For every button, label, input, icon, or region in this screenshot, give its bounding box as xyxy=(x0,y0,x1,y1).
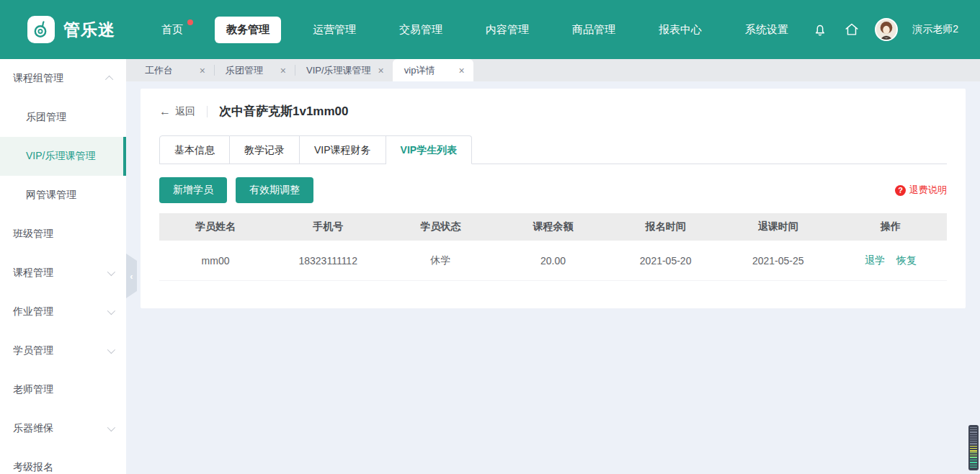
detail-tabs: 基本信息 教学记录 VIP课程财务 VIP学生列表 xyxy=(159,135,947,164)
column-header: 学员状态 xyxy=(384,220,496,233)
notification-dot xyxy=(187,19,193,25)
scroll-widget-segment xyxy=(970,457,977,468)
sidebar-item-homework-admin[interactable]: 作业管理 xyxy=(0,292,126,331)
nav-item-academic-admin[interactable]: 教务管理 xyxy=(215,17,281,43)
back-row: ← 返回 次中音萨克斯1v1mm00 xyxy=(159,103,947,120)
divider xyxy=(207,106,208,117)
nav-item-reports[interactable]: 报表中心 xyxy=(647,17,713,43)
nav-item-label: 运营管理 xyxy=(313,23,356,35)
tab-label: 工作台 xyxy=(145,64,173,77)
nav-item-home[interactable]: 首页 xyxy=(150,17,195,43)
bell-icon[interactable] xyxy=(811,21,829,38)
tab-vip-course-finance[interactable]: VIP课程财务 xyxy=(300,135,386,164)
chevron-down-icon xyxy=(107,307,115,315)
scroll-widget-segment xyxy=(970,452,977,457)
tab-vip-detail[interactable]: vip详情 × xyxy=(393,59,473,81)
cell-status: 休学 xyxy=(384,254,496,267)
chevron-down-icon xyxy=(107,424,115,431)
tab-workbench[interactable]: 工作台 × xyxy=(133,59,214,81)
nav-item-label: 系统设置 xyxy=(745,23,788,35)
logo-text: 管乐迷 xyxy=(63,19,115,41)
chevron-down-icon xyxy=(107,346,115,354)
close-icon[interactable]: × xyxy=(378,65,384,76)
logo-icon xyxy=(27,16,55,43)
tab-label: VIP/乐理课管理 xyxy=(306,64,371,77)
sidebar-item-teacher-admin[interactable]: 老师管理 xyxy=(0,370,126,409)
close-icon[interactable]: × xyxy=(459,65,465,76)
tab-vip-music-theory-admin[interactable]: VIP/乐理课管理 × xyxy=(295,59,393,81)
tab-label: vip详情 xyxy=(404,64,435,77)
cell-phone: 18323111112 xyxy=(272,255,384,267)
close-icon[interactable]: × xyxy=(200,65,205,76)
back-arrow-icon: ← xyxy=(159,105,171,118)
home-icon[interactable] xyxy=(843,21,860,38)
cell-student-name: mm00 xyxy=(159,255,272,267)
nav-item-label: 内容管理 xyxy=(486,23,529,35)
refund-note-label: 退费说明 xyxy=(909,184,947,197)
scroll-widget-segment xyxy=(970,446,977,452)
adjust-validity-button[interactable]: 有效期调整 xyxy=(236,177,313,203)
nav-item-label: 报表中心 xyxy=(659,23,702,35)
restore-link[interactable]: 恢复 xyxy=(896,254,917,267)
add-student-button[interactable]: 新增学员 xyxy=(159,177,227,203)
column-header: 报名时间 xyxy=(610,220,722,233)
cell-withdraw-date: 2021-05-25 xyxy=(722,255,834,267)
nav-item-label: 交易管理 xyxy=(399,23,442,35)
toolbar: 新增学员 有效期调整 ? 退费说明 xyxy=(159,177,947,203)
sidebar-collapse-handle[interactable]: ‹ xyxy=(126,254,137,298)
sidebar-item-label: 课程组管理 xyxy=(13,72,63,85)
table-header-row: 学员姓名 手机号 学员状态 课程余额 报名时间 退课时间 操作 xyxy=(159,213,947,241)
sidebar-item-orchestra[interactable]: 乐团管理 xyxy=(0,98,126,137)
back-button[interactable]: ← 返回 xyxy=(159,105,195,118)
user-name[interactable]: 演示老师2 xyxy=(912,23,958,36)
cell-balance: 20.00 xyxy=(496,255,609,267)
sidebar-item-label: 网管课管理 xyxy=(26,189,76,202)
tab-label: 基本信息 xyxy=(174,144,215,156)
sidebar-item-label: 老师管理 xyxy=(13,383,53,396)
tab-basic-info[interactable]: 基本信息 xyxy=(159,135,230,164)
tab-vip-student-list[interactable]: VIP学生列表 xyxy=(386,135,473,164)
sidebar-item-exam-registration[interactable]: 考级报名 xyxy=(0,448,126,474)
sidebar-item-class-admin[interactable]: 班级管理 xyxy=(0,215,126,254)
tab-teaching-records[interactable]: 教学记录 xyxy=(230,135,300,164)
student-table: 学员姓名 手机号 学员状态 课程余额 报名时间 退课时间 操作 mm00 183… xyxy=(159,213,947,281)
sidebar: 课程组管理 乐团管理 VIP/乐理课管理 网管课管理 班级管理 课程管理 作业管… xyxy=(0,59,126,474)
sidebar-item-student-admin[interactable]: 学员管理 xyxy=(0,331,126,370)
cell-enroll-date: 2021-05-20 xyxy=(610,255,722,267)
drop-out-link[interactable]: 退学 xyxy=(865,254,885,267)
chevron-down-icon xyxy=(107,268,115,276)
page-tabbar: 工作台 × 乐团管理 × VIP/乐理课管理 × vip详情 × xyxy=(126,59,980,81)
sidebar-item-course-admin[interactable]: 课程管理 xyxy=(0,254,126,292)
sidebar-item-label: 学员管理 xyxy=(13,344,53,357)
sidebar-item-vip-music-theory[interactable]: VIP/乐理课管理 xyxy=(0,137,126,176)
close-icon[interactable]: × xyxy=(280,65,286,76)
sidebar-item-instrument-maintenance[interactable]: 乐器维保 xyxy=(0,409,126,448)
tab-label: 教学记录 xyxy=(244,144,285,156)
column-header: 操作 xyxy=(834,220,947,233)
avatar[interactable] xyxy=(875,18,898,41)
question-icon: ? xyxy=(895,185,906,196)
collapse-chevron-icon: ‹ xyxy=(130,271,133,282)
nav-item-label: 教务管理 xyxy=(226,23,270,35)
column-header: 退课时间 xyxy=(722,220,834,233)
main-nav: 首页 教务管理 运营管理 交易管理 内容管理 商品管理 报表中心 系统设置 xyxy=(150,17,800,43)
sidebar-item-course-group[interactable]: 课程组管理 xyxy=(0,59,126,98)
app-window: 管乐迷 首页 教务管理 运营管理 交易管理 内容管理 商品管理 报 xyxy=(0,0,980,474)
nav-item-content[interactable]: 内容管理 xyxy=(474,17,540,43)
scroll-widget[interactable] xyxy=(968,425,979,470)
nav-item-operations[interactable]: 运营管理 xyxy=(301,17,368,43)
logo[interactable]: 管乐迷 xyxy=(27,16,115,43)
tab-orchestra-admin[interactable]: 乐团管理 × xyxy=(214,59,295,81)
column-header: 课程余额 xyxy=(496,220,609,233)
content-area: ← 返回 次中音萨克斯1v1mm00 基本信息 教学记录 xyxy=(126,81,980,474)
sidebar-item-label: 乐团管理 xyxy=(26,111,66,124)
nav-item-settings[interactable]: 系统设置 xyxy=(734,17,800,43)
refund-note-link[interactable]: ? 退费说明 xyxy=(895,184,947,197)
detail-card: ← 返回 次中音萨克斯1v1mm00 基本信息 教学记录 xyxy=(141,89,966,308)
table-row: mm00 18323111112 休学 20.00 2021-05-20 202… xyxy=(159,241,947,281)
scroll-widget-segment xyxy=(970,427,977,446)
sidebar-item-online-class[interactable]: 网管课管理 xyxy=(0,176,126,215)
nav-item-transactions[interactable]: 交易管理 xyxy=(388,17,454,43)
sidebar-item-label: 考级报名 xyxy=(13,461,53,474)
nav-item-products[interactable]: 商品管理 xyxy=(561,17,627,43)
